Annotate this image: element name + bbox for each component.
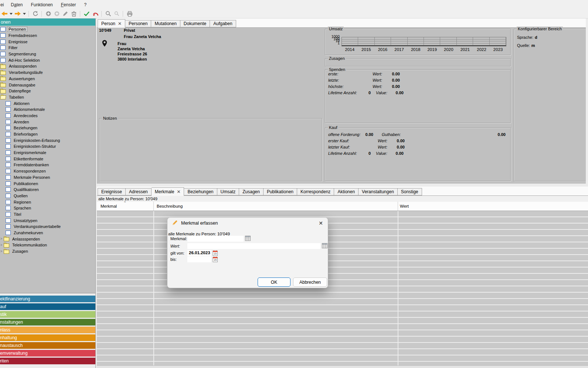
menu-item-daten[interactable]: Daten <box>7 1 27 9</box>
edit-icon[interactable] <box>61 10 69 17</box>
module-bar-emverwaltung[interactable]: emverwaltung <box>0 350 95 357</box>
tree-item-regionen[interactable]: Regionen <box>0 199 95 205</box>
tree-item-briefvorlagen[interactable]: Briefvorlagen <box>0 131 95 137</box>
tree-item-ereigniskosten-struktur[interactable]: Ereigniskosten-Struktur <box>0 143 95 150</box>
detail-tab-zusagen[interactable]: Zusagen <box>239 188 264 195</box>
back-dropdown-icon[interactable] <box>9 10 13 17</box>
expander-chevron-icon[interactable]: > <box>0 243 4 247</box>
close-tab-icon[interactable]: ✕ <box>118 21 122 26</box>
detail-tab-aktionen[interactable]: Aktionen <box>334 188 358 195</box>
column-header-beschreibung[interactable]: Beschreibung <box>157 204 183 208</box>
module-bar-riten[interactable]: riten <box>0 358 95 364</box>
add-secondary-icon[interactable] <box>52 10 61 17</box>
bis-input[interactable] <box>187 256 211 262</box>
tab-mutationen[interactable]: Mutationen <box>151 20 180 27</box>
module-bar-nhaltung[interactable]: nhaltung <box>0 334 95 341</box>
tree-item-tabellen[interactable]: Tabellen <box>0 94 95 100</box>
tree-item-personen[interactable]: Personen <box>0 26 95 33</box>
tab-person[interactable]: Person✕ <box>98 19 125 28</box>
refresh-icon[interactable] <box>31 10 40 17</box>
tree-item-fremddatenbanken[interactable]: Fremddatenbanken <box>0 162 95 168</box>
menu-item--[interactable]: ? <box>80 1 91 9</box>
tab-aufgaben[interactable]: Aufgaben <box>210 20 236 27</box>
notes-group[interactable]: Notizen <box>99 118 322 181</box>
menu-item-ei[interactable]: ei <box>0 1 7 9</box>
tree-item-etikettenformate[interactable]: Etikettenformate <box>0 156 95 162</box>
tree-item-beziehungen[interactable]: Beziehungen <box>0 125 95 131</box>
module-bar-nstaltungen[interactable]: nstaltungen <box>0 319 95 326</box>
tree-item-verdankungssteuertabelle[interactable]: Verdankungssteuertabelle <box>0 224 95 230</box>
column-header-merkmal[interactable]: Merkmal <box>101 204 117 208</box>
confirm-icon[interactable] <box>82 10 91 17</box>
horizontal-splitter[interactable] <box>97 184 588 187</box>
tree-item-verarbeitungsläufe[interactable]: Verarbeitungsläufe <box>0 69 95 76</box>
tree-item-ad-hoc-selektion[interactable]: Ad-Hoc Selektion <box>0 57 95 63</box>
tree-item-anredecodes[interactable]: Anredecodes <box>0 113 95 119</box>
tree-item-segmentierung[interactable]: Segmentierung <box>0 51 95 57</box>
wert-input[interactable] <box>187 243 320 249</box>
tree-item-auswertungen[interactable]: Auswertungen <box>0 76 95 82</box>
tree-item-ereignisse[interactable]: Ereignisse <box>0 38 95 45</box>
merkmal-input[interactable] <box>187 236 244 242</box>
forward-icon[interactable] <box>13 10 22 17</box>
detail-tab-ereignisse[interactable]: Ereignisse <box>98 188 126 195</box>
detail-tab-beziehungen[interactable]: Beziehungen <box>184 188 217 195</box>
dialog-close-icon[interactable]: ✕ <box>317 220 324 226</box>
dialog-title-bar[interactable]: Merkmal erfassen <box>167 218 328 229</box>
tree-item-aktionen[interactable]: Aktionen <box>0 100 95 106</box>
tree-item-fremdadressen[interactable]: Fremdadressen <box>0 33 95 39</box>
tree-item-merkmale-personen[interactable]: Merkmale Personen <box>0 174 95 181</box>
print-icon[interactable] <box>125 10 134 17</box>
tree-item-quellen[interactable]: Quellen <box>0 193 95 199</box>
menu-item-fenster[interactable]: Fenster <box>57 1 80 9</box>
detail-tab-publikationen[interactable]: Publikationen <box>264 188 297 195</box>
tree-item-titel[interactable]: Titel <box>0 211 95 218</box>
add-icon[interactable] <box>44 10 52 17</box>
tree-item-anlassspenden[interactable]: Anlassspenden <box>0 63 95 69</box>
column-header-wert[interactable]: Wert <box>400 204 409 208</box>
tree-item-anlassspenden[interactable]: >Anlassspenden <box>0 236 95 242</box>
forward-dropdown-icon[interactable] <box>22 10 27 17</box>
tree-item-ereignismerkmale[interactable]: Ereignismerkmale <box>0 150 95 156</box>
calendar-icon[interactable]: 15 <box>213 256 218 263</box>
ok-button[interactable]: OK <box>258 277 290 287</box>
tree-item-filter[interactable]: Filter <box>0 45 95 51</box>
tree-item-anreden[interactable]: Anreden <box>0 119 95 125</box>
detail-tab-korrespondenz[interactable]: Korrespondenz <box>297 188 334 195</box>
lookup-grid-icon[interactable] <box>245 236 251 242</box>
cancel-button[interactable]: Abbrechen <box>293 277 327 287</box>
detail-tab-merkmale[interactable]: Merkmale✕ <box>152 187 184 196</box>
tab-dokumente[interactable]: Dokumente <box>180 20 210 27</box>
expander-chevron-icon[interactable]: > <box>0 237 4 241</box>
module-bar-auf[interactable]: auf <box>0 303 95 310</box>
search-icon[interactable] <box>104 10 112 17</box>
tree-item-umsatztypen[interactable]: Umsatztypen <box>0 217 95 224</box>
detail-tab-sonstige[interactable]: Sonstige <box>398 188 422 195</box>
tree-item-telekommunikation[interactable]: >Telekommunikation <box>0 242 95 248</box>
tree-item-ereigniskosten-erfassung[interactable]: Ereigniskosten-Erfassung <box>0 137 95 143</box>
tree-item-publikationen[interactable]: Publikationen <box>0 180 95 187</box>
horizontal-scrollbar[interactable] <box>97 365 588 368</box>
calendar-icon[interactable]: 15 <box>213 250 218 257</box>
tree-item-sprachen[interactable]: Sprachen <box>0 205 95 211</box>
module-bar-nlass[interactable]: nlass <box>0 327 95 333</box>
tree-item-zunahmekurven[interactable]: Zunahmekurven <box>0 230 95 236</box>
detail-tab-veranstaltungen[interactable]: Veranstaltungen <box>358 188 398 195</box>
detail-tab-adressen[interactable]: Adressen <box>126 188 152 195</box>
close-tab-icon[interactable]: ✕ <box>177 190 180 194</box>
module-bar-ektfinanzierung[interactable]: ektfinanzierung <box>0 296 95 302</box>
back-icon[interactable] <box>0 10 9 17</box>
tree-item-datenausgabe[interactable]: Datenausgabe <box>0 82 95 88</box>
tab-personen[interactable]: Personen <box>125 20 151 27</box>
module-bar-naustausch[interactable]: naustausch <box>0 342 95 349</box>
tree-item-aktionsmerkmale[interactable]: Aktionsmerkmale <box>0 106 95 113</box>
right-scroll-strip[interactable] <box>586 18 588 184</box>
detail-tab-umsatz[interactable]: Umsatz <box>217 188 239 195</box>
undo-icon[interactable] <box>91 10 99 17</box>
delete-icon[interactable] <box>69 10 78 17</box>
expander-chevron-icon[interactable]: > <box>0 250 4 253</box>
lookup-grid-icon[interactable] <box>322 243 327 249</box>
tree-item-datenpflege[interactable]: Datenpflege <box>0 88 95 94</box>
module-bar-stik[interactable]: stik <box>0 311 95 318</box>
search-secondary-icon[interactable] <box>112 10 121 17</box>
